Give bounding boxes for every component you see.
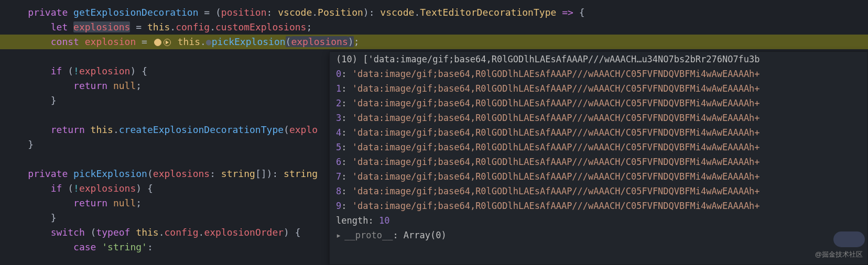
hover-entry[interactable]: 0: 'data:image/gif;base64,R0lGODlhLAEsAf… xyxy=(330,67,867,81)
hover-entry[interactable]: 4: 'data:image/gif;base64,R0lGODlhLAEsAf… xyxy=(330,125,867,140)
hover-index: 0 xyxy=(336,69,341,79)
param-position: position xyxy=(221,7,267,18)
keyword-private: private xyxy=(28,7,68,18)
arg-explosions: explosions xyxy=(291,36,348,47)
hover-entry[interactable]: 2: 'data:image/gif;base64,R0lGODlhLAEsAf… xyxy=(330,96,867,111)
code-line[interactable]: private getExplosionDecoration = (positi… xyxy=(0,5,868,20)
hover-entry[interactable]: 3: 'data:image/gif;base64,R0lGODlhLAEsAf… xyxy=(330,111,867,125)
hover-index: 6 xyxy=(336,157,341,167)
expand-icon[interactable]: ▸ xyxy=(336,230,344,240)
hover-entry[interactable]: 7: 'data:image/gif;base64,R0lGODlhLAEsAf… xyxy=(330,169,867,184)
debug-hover-popup[interactable]: (10) ['data:image/gif;base64,R0lGODlhLAE… xyxy=(329,51,868,265)
function-name: getExplosionDecoration xyxy=(73,7,198,18)
hover-value: 'data:image/gif;base64,R0lGODlhLAEsAfAAA… xyxy=(352,113,760,123)
hover-value: 'data:image/gif;base64,R0lGODlhLAEsAfAAA… xyxy=(352,83,760,94)
hover-proto[interactable]: ▸__proto__: Array(0) xyxy=(330,228,867,242)
hover-entry[interactable]: 9: 'data:image/gif;base64,R0lGODlhLAEsAf… xyxy=(330,198,867,213)
code-line-current[interactable]: const explosion = this.●pickExplosion(ex… xyxy=(0,35,868,49)
hover-entry[interactable]: 1: 'data:image/gif;base64,R0lGODlhLAEsAf… xyxy=(330,81,867,96)
hover-value: 'data:image/gif;base64,R0lGODlhLAEsAfAAA… xyxy=(352,98,760,108)
hover-value: 'data:image/gif;base64,R0lGODlhLAEsAfAAA… xyxy=(352,186,760,196)
php-logo-icon xyxy=(833,231,865,247)
hover-index: 1 xyxy=(336,83,341,94)
hover-entry[interactable]: 5: 'data:image/gif;base64,R0lGODlhLAEsAf… xyxy=(330,140,867,154)
watermark-text: @掘金技术社区 xyxy=(815,247,863,262)
hover-index: 3 xyxy=(336,113,341,123)
hover-index: 8 xyxy=(336,186,341,196)
code-line[interactable]: let explosions = this.config.customExplo… xyxy=(0,20,868,35)
hover-index: 9 xyxy=(336,201,341,211)
hover-index: 5 xyxy=(336,142,341,152)
hover-entry[interactable]: 8: 'data:image/gif;base64,R0lGODlhLAEsAf… xyxy=(330,184,867,198)
hover-summary[interactable]: (10) ['data:image/gif;base64,R0lGODlhLAE… xyxy=(330,52,867,67)
inline-hint-icon: ● xyxy=(206,36,212,47)
hover-index: 2 xyxy=(336,98,341,108)
hover-value: 'data:image/gif;base64,R0lGODlhLAEsAfAAA… xyxy=(352,171,760,182)
hover-value: 'data:image/gif;base64,R0lGODlhLAEsAfAAA… xyxy=(352,157,760,167)
hover-index: 7 xyxy=(336,171,341,182)
hover-value: 'data:image/gif;base64,R0lGODlhLAEsAfAAA… xyxy=(352,142,760,152)
debug-breakpoint-icon[interactable] xyxy=(154,39,161,46)
debug-step-icon[interactable] xyxy=(164,39,171,46)
hover-value: 'data:image/gif;base64,R0lGODlhLAEsAfAAA… xyxy=(352,127,760,138)
hover-index: 4 xyxy=(336,127,341,138)
hover-value: 'data:image/gif;base64,R0lGODlhLAEsAfAAA… xyxy=(352,69,760,79)
var-explosions: explosions xyxy=(73,21,130,32)
hover-value: 'data:image/gif;base64,R0lGODlhLAEsAfAAA… xyxy=(352,201,760,211)
hover-entry[interactable]: 6: 'data:image/gif;base64,R0lGODlhLAEsAf… xyxy=(330,154,867,169)
hover-length[interactable]: length: 10 xyxy=(330,213,867,228)
